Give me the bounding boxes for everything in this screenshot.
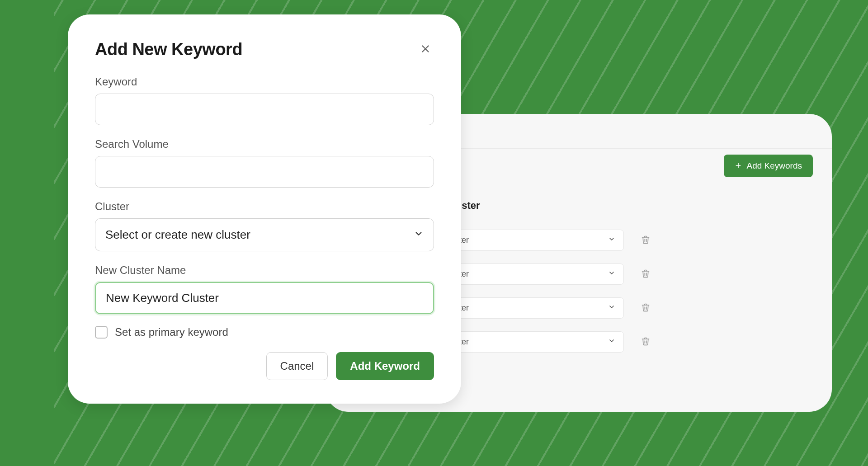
keyword-input[interactable]	[95, 94, 434, 125]
primary-keyword-label: Set as primary keyword	[115, 326, 228, 339]
panel-toolbar: Add Keywords	[724, 155, 813, 177]
chevron-down-icon	[608, 337, 615, 347]
trash-icon[interactable]	[641, 235, 650, 246]
add-keyword-button[interactable]: Add Keyword	[336, 352, 434, 380]
modal-actions: Cancel Add Keyword	[95, 352, 434, 380]
trash-icon[interactable]	[641, 337, 650, 348]
search-volume-input[interactable]	[95, 156, 434, 188]
keyword-label: Keyword	[95, 75, 434, 88]
add-keywords-label: Add Keywords	[746, 161, 802, 171]
cancel-button[interactable]: Cancel	[266, 352, 328, 380]
chevron-down-icon	[608, 303, 615, 313]
new-cluster-label: New Cluster Name	[95, 264, 434, 277]
modal-title: Add New Keyword	[95, 40, 242, 59]
trash-icon[interactable]	[641, 303, 650, 314]
add-keyword-modal: Add New Keyword Keyword Search Volume Cl…	[68, 14, 461, 404]
trash-icon[interactable]	[641, 269, 650, 280]
cluster-select-value: Select or create new cluster	[105, 228, 250, 242]
chevron-down-icon	[414, 228, 424, 242]
modal-header: Add New Keyword	[95, 40, 434, 59]
chevron-down-icon	[608, 235, 615, 245]
cluster-label: Cluster	[95, 200, 434, 213]
cluster-select-input[interactable]: Select or create new cluster	[95, 218, 434, 251]
chevron-down-icon	[608, 269, 615, 279]
close-icon[interactable]	[417, 40, 434, 59]
primary-keyword-row: Set as primary keyword	[95, 326, 434, 339]
search-volume-label: Search Volume	[95, 138, 434, 151]
plus-icon	[735, 161, 742, 170]
new-cluster-input[interactable]	[95, 282, 434, 314]
primary-keyword-checkbox[interactable]	[95, 326, 108, 339]
add-keywords-button[interactable]: Add Keywords	[724, 155, 813, 177]
